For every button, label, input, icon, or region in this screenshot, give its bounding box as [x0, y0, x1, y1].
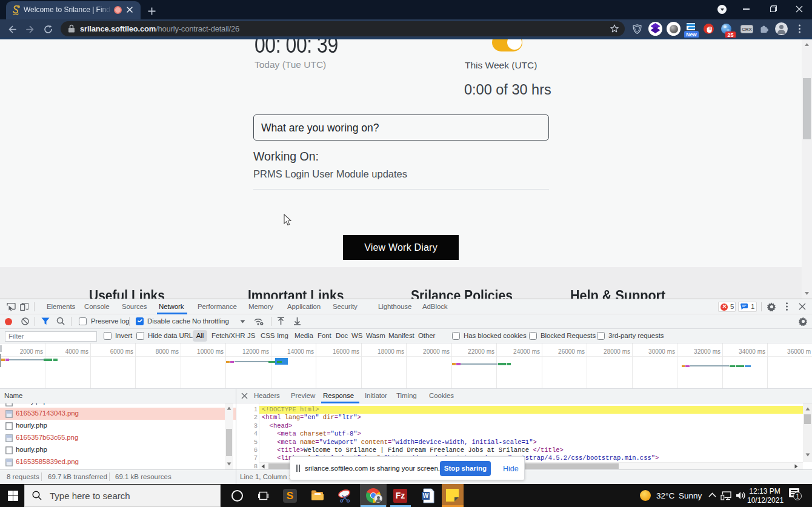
svg-text:W: W [423, 492, 429, 499]
